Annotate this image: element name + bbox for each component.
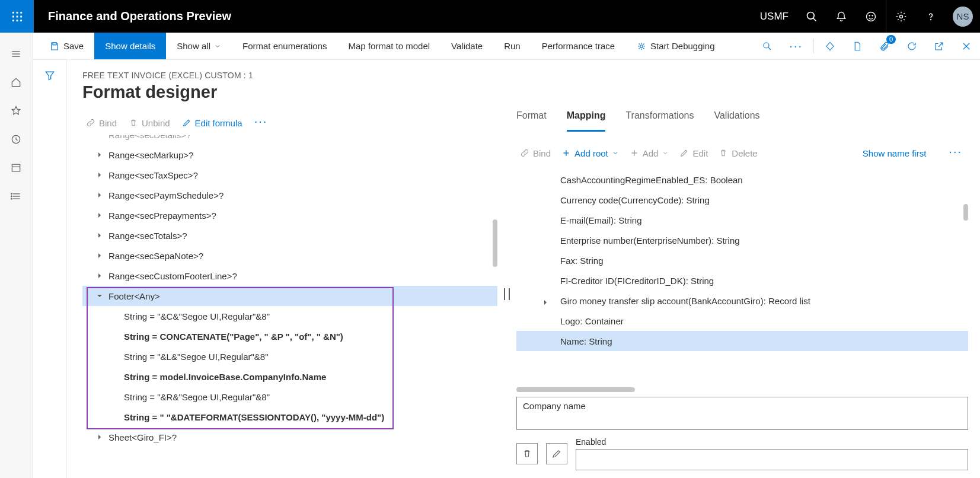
tree-item[interactable]: Range<secTotals>? bbox=[82, 225, 497, 246]
search-button[interactable] bbox=[797, 0, 826, 33]
left-toolbar-more-button[interactable]: ··· bbox=[254, 114, 268, 132]
show-name-first-link[interactable]: Show name first bbox=[863, 148, 927, 158]
svg-rect-28 bbox=[53, 43, 56, 45]
tree-item[interactable]: Range<secTaxSpec>? bbox=[82, 165, 497, 185]
svg-point-27 bbox=[11, 198, 12, 199]
splitter-handle-icon bbox=[504, 288, 510, 300]
map-format-to-model-button[interactable]: Map format to model bbox=[338, 33, 441, 59]
breadcrumb: FREE TEXT INVOICE (EXCEL) CUSTOM : 1 bbox=[82, 71, 968, 80]
toolbar-attachments-button[interactable]: 0 bbox=[871, 33, 898, 59]
caret-right-icon[interactable] bbox=[95, 211, 104, 219]
detail-edit-button[interactable] bbox=[546, 443, 567, 464]
performance-trace-button[interactable]: Performance trace bbox=[531, 33, 625, 59]
tree-item[interactable]: String = "&L&"Segoe UI,Regular"&8" bbox=[82, 346, 497, 367]
mapping-item[interactable]: Enterprise number(EnterpriseNumber): Str… bbox=[516, 230, 968, 250]
help-button[interactable] bbox=[916, 0, 946, 33]
caret-right-icon[interactable] bbox=[95, 231, 104, 240]
mapping-toolbar-more-button[interactable]: ··· bbox=[949, 145, 962, 162]
mapping-item[interactable]: CashAccountingRegimeEnabled_ES: Boolean bbox=[516, 170, 968, 190]
edit-formula-button[interactable]: Edit formula bbox=[182, 118, 242, 128]
toolbar-popout-button[interactable] bbox=[925, 33, 953, 59]
show-all-button[interactable]: Show all bbox=[166, 33, 232, 59]
app-launcher-button[interactable] bbox=[0, 0, 34, 33]
tree-item[interactable]: String = "&R&"Segoe UI,Regular"&8" bbox=[82, 387, 497, 407]
workspace-icon bbox=[10, 162, 22, 174]
scrollbar-thumb[interactable] bbox=[963, 204, 968, 221]
start-debugging-button[interactable]: Start Debugging bbox=[625, 33, 725, 59]
nav-hamburger-button[interactable] bbox=[0, 40, 33, 68]
search-icon bbox=[806, 11, 818, 23]
mapping-bind-button[interactable]: Bind bbox=[520, 148, 551, 158]
format-tree[interactable]: Range<secDetails>?Range<secMarkup>?Range… bbox=[82, 135, 497, 470]
delete-button[interactable]: Delete bbox=[719, 148, 757, 158]
mapping-item[interactable]: Giro money transfer slip account(BankAcc… bbox=[516, 291, 968, 311]
svg-line-31 bbox=[769, 47, 771, 50]
toolbar-page-button[interactable] bbox=[844, 33, 871, 59]
mapping-item[interactable]: FI-Creditor ID(FICreditorID_DK): String bbox=[516, 270, 968, 291]
save-button[interactable]: Save bbox=[39, 33, 94, 59]
smiley-icon bbox=[865, 11, 877, 23]
tab-format[interactable]: Format bbox=[516, 110, 547, 132]
splitter[interactable] bbox=[497, 110, 516, 470]
feedback-button[interactable] bbox=[856, 0, 886, 33]
caret-right-icon[interactable] bbox=[95, 272, 104, 280]
unbind-button[interactable]: Unbind bbox=[129, 118, 170, 128]
edit-button[interactable]: Edit bbox=[679, 148, 708, 158]
run-button[interactable]: Run bbox=[493, 33, 531, 59]
format-enumerations-button[interactable]: Format enumerations bbox=[232, 33, 338, 59]
add-root-button[interactable]: Add root bbox=[561, 148, 619, 158]
show-details-button[interactable]: Show details bbox=[94, 33, 166, 59]
page-title: Format designer bbox=[82, 82, 968, 102]
mapping-item[interactable]: Currency code(CurrencyCode): String bbox=[516, 190, 968, 210]
toolbar-search-button[interactable] bbox=[754, 33, 781, 59]
caret-right-icon[interactable] bbox=[95, 151, 104, 159]
detail-delete-button[interactable] bbox=[516, 443, 538, 464]
tab-transformations[interactable]: Transformations bbox=[625, 110, 694, 132]
toolbar-close-button[interactable] bbox=[953, 33, 980, 59]
enabled-field[interactable] bbox=[576, 449, 968, 470]
nav-home-button[interactable] bbox=[0, 68, 33, 97]
notifications-button[interactable] bbox=[826, 0, 856, 33]
validate-button[interactable]: Validate bbox=[440, 33, 493, 59]
toolbar-office-button[interactable] bbox=[816, 33, 844, 59]
nav-favorites-button[interactable] bbox=[0, 97, 33, 125]
settings-button[interactable] bbox=[886, 0, 916, 33]
tab-mapping[interactable]: Mapping bbox=[567, 110, 606, 132]
add-button[interactable]: Add bbox=[630, 148, 669, 158]
tree-item[interactable]: Sheet<Giro_FI>? bbox=[82, 427, 497, 447]
tree-item[interactable]: Range<secPaymSchedule>? bbox=[82, 185, 497, 205]
popout-icon bbox=[934, 41, 944, 52]
nav-modules-button[interactable] bbox=[0, 182, 33, 211]
tree-item[interactable]: Footer<Any> bbox=[82, 286, 497, 306]
tree-item[interactable]: Range<secSepaNote>? bbox=[82, 246, 497, 266]
mapping-item[interactable]: Name: String bbox=[516, 331, 968, 351]
mapping-item[interactable]: E-mail(Email): String bbox=[516, 210, 968, 230]
h-scrollbar[interactable] bbox=[516, 387, 635, 392]
mapping-item[interactable]: Fax: String bbox=[516, 250, 968, 270]
toolbar-refresh-button[interactable] bbox=[898, 33, 925, 59]
toolbar-more-button[interactable]: ··· bbox=[781, 33, 811, 59]
mapping-tree[interactable]: CashAccountingRegimeEnabled_ES: BooleanC… bbox=[516, 167, 968, 387]
tree-item[interactable]: Range<secPrepayments>? bbox=[82, 205, 497, 225]
caret-right-icon[interactable] bbox=[95, 171, 104, 179]
mapping-item[interactable]: Logo: Container bbox=[516, 311, 968, 331]
caret-right-icon[interactable] bbox=[95, 433, 104, 441]
avatar[interactable]: NS bbox=[953, 7, 973, 27]
caret-down-icon[interactable] bbox=[95, 292, 104, 300]
tab-validations[interactable]: Validations bbox=[714, 110, 759, 132]
tree-item[interactable]: Range<secMarkup>? bbox=[82, 145, 497, 165]
company-code[interactable]: USMF bbox=[760, 11, 797, 23]
caret-right-icon[interactable] bbox=[95, 251, 104, 260]
bind-button[interactable]: Bind bbox=[86, 118, 117, 128]
nav-workspaces-button[interactable] bbox=[0, 154, 33, 182]
caret-right-icon[interactable] bbox=[95, 191, 104, 199]
nav-recents-button[interactable] bbox=[0, 125, 33, 154]
tree-item[interactable]: String = CONCATENATE("Page", " &P ", "of… bbox=[82, 326, 497, 346]
filter-button[interactable] bbox=[44, 69, 56, 478]
caret-right-icon[interactable] bbox=[542, 297, 550, 304]
tree-item[interactable]: String = " "&DATEFORMAT(SESSIONTODAY(), … bbox=[82, 407, 497, 427]
tree-item[interactable]: String = model.InvoiceBase.CompanyInfo.N… bbox=[82, 367, 497, 387]
tree-item[interactable]: Range<secCustomFooterLine>? bbox=[82, 266, 497, 286]
tree-item[interactable]: Range<secDetails>? bbox=[82, 135, 497, 145]
tree-item[interactable]: String = "&C&"Segoe UI,Regular"&8" bbox=[82, 306, 497, 326]
